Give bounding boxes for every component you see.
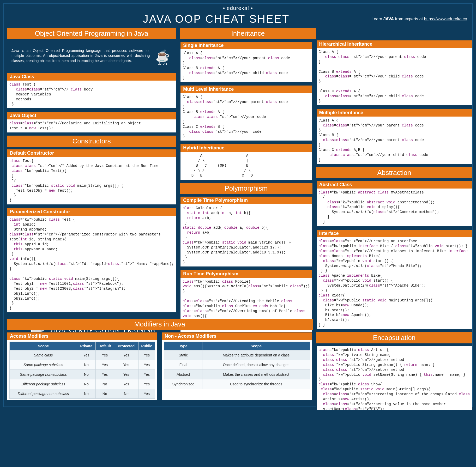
code-abstract-class: class="kw">public abstract class MyAbstr… (319, 190, 470, 225)
table-cell: No (114, 389, 138, 399)
table-cell: Makes the classes and methods abstract (202, 370, 310, 379)
non-access-modifiers-table: TypeScopeStaticMakes the attribute depen… (164, 342, 310, 389)
table-cell: Used to synchronize the threads (202, 379, 310, 389)
table-header: Scope (10, 342, 77, 350)
java-logo-label: Java (158, 62, 167, 66)
card-header-java-object: Java Object (7, 112, 176, 119)
code-default-ctor: class Test{ class=class="st">"cm">/* Add… (9, 159, 174, 203)
table-cell: Final (164, 360, 202, 370)
table-cell: Yes (77, 350, 95, 360)
table-cell: No (95, 379, 114, 389)
card-header-default-ctor: Default Constructor (7, 149, 176, 157)
card-header-hybrid: Hybrid Inheritance (180, 144, 312, 152)
access-modifiers-table: ScopePrivateDefaultProtectedPublicSame c… (9, 342, 155, 399)
table-row: Different package subclassNoNoYesYes (10, 379, 155, 389)
table-cell: Once defined, doesn't allow any changes (202, 360, 310, 370)
card-header-nonaccess-mod: Non - Access Modifiers (162, 332, 312, 340)
table-cell: No (77, 370, 95, 379)
table-header: Public (138, 342, 155, 350)
table-header: Type (164, 342, 202, 350)
section-abstraction: Abstraction (316, 167, 473, 178)
table-row: SynchronizedUsed to synchronize the thre… (164, 379, 310, 389)
table-row: Different package non-subclassNoNoNoYes (10, 389, 155, 399)
table-cell: No (77, 379, 95, 389)
table-cell: Yes (138, 360, 155, 370)
card-header-java-class: Java Class (7, 73, 176, 81)
code-multi-level: Class A { class=class="st">"cm">//your p… (183, 95, 310, 139)
table-header: Protected (114, 342, 138, 350)
table-cell: Abstract (164, 370, 202, 379)
table-row: AbstractMakes the classes and methods ab… (164, 370, 310, 379)
table-header: Default (95, 342, 114, 350)
table-cell: Yes (95, 350, 114, 360)
card-header-interface: Interface (317, 230, 472, 237)
table-cell: Different package subclass (10, 379, 77, 389)
code-java-object: class=class="st">"cm">//Declaring and In… (9, 121, 174, 131)
table-cell: Static (164, 350, 202, 360)
table-cell: Yes (95, 360, 114, 370)
table-cell: Yes (114, 379, 138, 389)
table-cell: No (95, 389, 114, 399)
card-header-param-ctor: Parameterized Constructor (7, 208, 176, 216)
brand: edureka! (7, 4, 469, 12)
edureka-url-link[interactable]: https://www.edureka.co (424, 17, 467, 21)
intro-text: Java is an Object Oriented Programming l… (11, 48, 150, 64)
card-header-single-inh: Single Inheritance (180, 42, 312, 49)
table-cell: Yes (138, 350, 155, 360)
section-modifiers: Modifiers in Java (7, 319, 313, 330)
table-header: Scope (202, 342, 310, 350)
learn-strong: JAVA (383, 17, 394, 21)
table-header: Private (77, 342, 95, 350)
java-logo-icon: ☕ Java (153, 45, 172, 66)
code-hybrid: A A / \ | B C (OR) B / \ / / \ D E C D (183, 153, 310, 178)
section-encapsulation: Encapsulation (316, 332, 473, 343)
table-row: Same package non-subclassNoYesYesYes (10, 370, 155, 379)
intro-box: Java is an Object Oriented Programming l… (7, 41, 176, 70)
card-header-multi-level: Multi Level Inheritance (180, 86, 312, 93)
table-cell: Different package non-subclass (10, 389, 77, 399)
table-cell: Synchronized (164, 379, 202, 389)
table-cell: Same package non-subclass (10, 370, 77, 379)
card-header-compile-poly: Compile Time Polymorphism (180, 197, 312, 204)
coffee-cup-icon: ☕ (155, 50, 170, 62)
table-cell: Makes the attribute dependent on a class (202, 350, 310, 360)
table-cell: Yes (114, 360, 138, 370)
table-row: FinalOnce defined, doesn't allow any cha… (164, 360, 310, 370)
table-cell: Same package subclass (10, 360, 77, 370)
table-cell: Yes (95, 370, 114, 379)
card-header-runtime-poly: Run Time Polymorphism (180, 270, 312, 278)
card-header-hier-inh: Hierarchical Inheritance (317, 40, 472, 48)
learn-prefix: Learn (371, 17, 383, 21)
code-param-ctor: class="kw">public class Test { int appId… (9, 217, 174, 311)
section-inheritance: Inheritance (180, 28, 316, 39)
code-single-inh: Class A { class=class="st">"cm">//your p… (183, 51, 310, 80)
table-row: Same classYesYesYesYes (10, 350, 155, 360)
table-cell: Yes (138, 379, 155, 389)
page-title: JAVA OOP CHEAT SHEET (9, 13, 371, 25)
code-encapsulation: class="kw">public class Artist { class="… (319, 348, 470, 410)
code-multiple-inh: Class A { class=class="st">"cm">//your p… (319, 118, 470, 162)
section-oop-java: Object Oriented Programming in Java (7, 28, 176, 39)
card-header-multiple-inh: Multiple Inheritance (317, 109, 472, 117)
code-java-class: class Test { class=class="st">"cm">// cl… (9, 82, 174, 107)
card-header-abstract-class: Abstract Class (317, 181, 472, 189)
table-cell: Yes (114, 370, 138, 379)
table-cell: No (77, 389, 95, 399)
card-header-access-mod: Access Modifiers (7, 332, 157, 340)
table-cell: Same class (10, 350, 77, 360)
table-cell: Yes (114, 350, 138, 360)
code-interface: class=class="st">"cm">//Creating an Inte… (319, 239, 470, 327)
table-cell: No (77, 360, 95, 370)
table-row: Same package subclassNoYesYesYes (10, 360, 155, 370)
section-polymorphism: Polymorphism (180, 183, 312, 194)
table-row: StaticMakes the attribute dependent on a… (164, 350, 310, 360)
table-cell: Yes (138, 370, 155, 379)
table-cell: Yes (138, 389, 155, 399)
code-compile-poly: class Calculator { static int add(int a,… (183, 206, 310, 265)
learn-suffix: from experts at (394, 17, 424, 21)
learn-link: Learn JAVA from experts at https://www.e… (371, 17, 467, 21)
code-hier-inh: Class A { class=class="st">"cm">//your p… (319, 50, 470, 104)
section-constructors: Constructors (7, 136, 176, 147)
